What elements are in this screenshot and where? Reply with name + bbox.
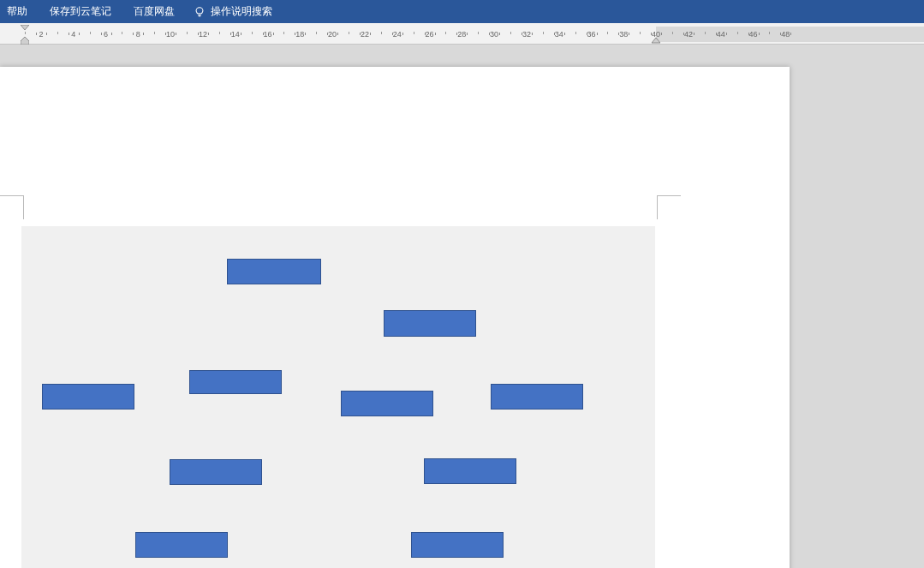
menu-help[interactable]: 帮助: [3, 3, 31, 21]
ruler-tick-label: 4: [71, 30, 75, 39]
ruler-tick-label: 38: [619, 30, 628, 39]
ruler-tick-label: 34: [555, 30, 563, 39]
shape-rectangle[interactable]: [424, 458, 516, 484]
tell-me-label: 操作说明搜索: [211, 4, 272, 19]
drawing-canvas[interactable]: [21, 226, 655, 568]
ruler-tick-label: 36: [587, 30, 595, 39]
ruler-tick-label: 20: [328, 30, 337, 39]
ruler-tick-label: 2: [39, 30, 43, 39]
ruler-tick-label: 28: [457, 30, 466, 39]
document-workspace: [0, 45, 924, 568]
ruler-tick-label: 16: [263, 30, 271, 39]
svg-marker-2: [21, 25, 29, 30]
ruler-tick-label: 30: [490, 30, 498, 39]
ruler-tick-label: 42: [684, 30, 693, 39]
lightbulb-icon: [194, 6, 206, 18]
ruler-tick-label: 22: [361, 30, 369, 39]
ruler-tick-label: 12: [199, 30, 207, 39]
shape-rectangle[interactable]: [341, 391, 433, 416]
menubar: 帮助 保存到云笔记 百度网盘 操作说明搜索: [0, 0, 924, 23]
ruler-tick-label: 44: [717, 30, 725, 39]
ruler-tick-label: 26: [425, 30, 433, 39]
shape-rectangle[interactable]: [227, 259, 321, 284]
ruler-tick-label: 46: [748, 30, 757, 39]
shape-rectangle[interactable]: [491, 384, 583, 410]
svg-marker-4: [652, 38, 660, 43]
margin-corner-left: [0, 195, 24, 219]
document-page[interactable]: [0, 67, 790, 568]
ruler-tick-label: 48: [781, 30, 790, 39]
first-line-indent-marker[interactable]: [21, 24, 29, 33]
ruler-tick-label: 32: [522, 30, 531, 39]
shape-rectangle[interactable]: [170, 459, 262, 485]
ruler-tick-label: 6: [104, 30, 108, 39]
shape-rectangle[interactable]: [411, 532, 504, 558]
shape-rectangle[interactable]: [384, 310, 476, 337]
tell-me-search[interactable]: 操作说明搜索: [194, 4, 272, 19]
ruler-tick-label: 8: [136, 30, 140, 39]
ruler-tick-label: 18: [295, 30, 304, 39]
shape-rectangle[interactable]: [42, 384, 134, 410]
shape-rectangle[interactable]: [135, 532, 228, 558]
menu-save-cloud[interactable]: 保存到云笔记: [46, 3, 115, 21]
horizontal-ruler[interactable]: 2468101214161820222426283032343638404244…: [0, 23, 924, 45]
shape-rectangle[interactable]: [189, 370, 282, 394]
ruler-tick-label: 14: [231, 30, 240, 39]
svg-marker-3: [21, 37, 29, 45]
ruler-tick-label: 24: [393, 30, 402, 39]
menu-baidu-disk[interactable]: 百度网盘: [130, 3, 178, 21]
ruler-tick-label: 10: [166, 30, 175, 39]
margin-corner-right: [657, 195, 681, 219]
